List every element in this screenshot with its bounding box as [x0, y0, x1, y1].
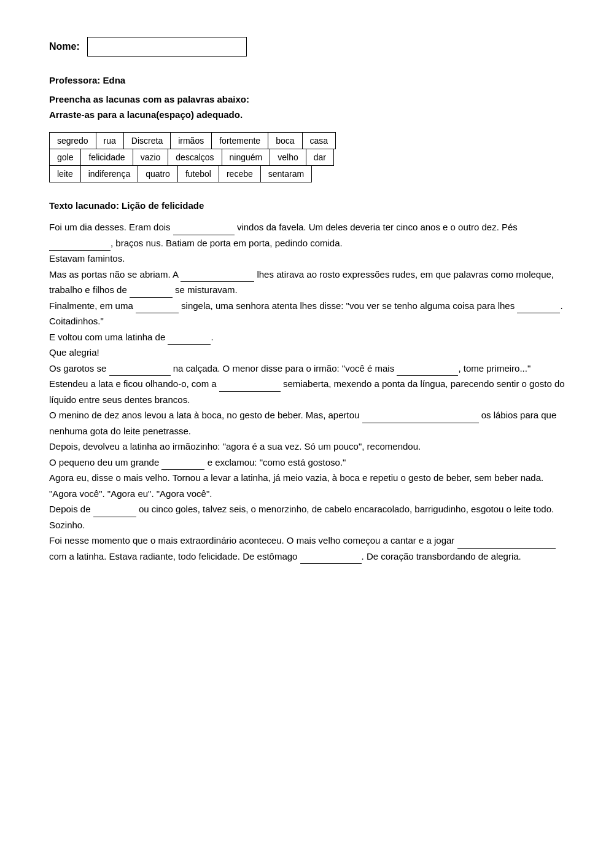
word-bank: segredoruaDiscretairmãosfortementebocaca…: [49, 132, 565, 182]
blank-9: [397, 365, 458, 376]
blank-15: [300, 553, 362, 564]
word-box-2-3[interactable]: futebol: [177, 165, 219, 182]
word-box-2-5[interactable]: sentaram: [260, 165, 312, 182]
blank-4: [130, 287, 173, 298]
instruction2: Arraste-as para a lacuna(espaço) adequad…: [49, 109, 565, 120]
blank-1: [173, 224, 235, 235]
blank-5: [136, 302, 179, 313]
professora-label: Professora: Edna: [49, 75, 565, 85]
blank-8: [109, 365, 171, 376]
nome-input[interactable]: [87, 37, 247, 57]
blank-12: [161, 459, 204, 470]
word-box-0-6[interactable]: casa: [302, 132, 336, 149]
word-box-1-5[interactable]: velho: [270, 149, 306, 166]
blank-7: [168, 334, 211, 345]
nome-label: Nome:: [49, 41, 80, 52]
word-row-1: golefelicidadevaziodescalçosninguémvelho…: [49, 149, 565, 165]
word-box-1-3[interactable]: descalços: [168, 149, 222, 166]
word-row-0: segredoruaDiscretairmãosfortementebocaca…: [49, 132, 565, 149]
blank-11: [362, 412, 479, 423]
blank-10: [219, 381, 281, 392]
word-rows: segredoruaDiscretairmãosfortementebocaca…: [49, 132, 565, 182]
blank-6: [517, 302, 560, 313]
word-box-1-6[interactable]: dar: [306, 149, 334, 166]
blank-14: [457, 538, 556, 549]
word-box-1-4[interactable]: ninguém: [222, 149, 271, 166]
word-box-0-4[interactable]: fortemente: [211, 132, 268, 149]
word-box-1-0[interactable]: gole: [49, 149, 81, 166]
word-box-0-2[interactable]: Discreta: [123, 132, 171, 149]
blank-13: [93, 506, 136, 517]
word-box-2-0[interactable]: leite: [49, 165, 81, 182]
word-box-0-1[interactable]: rua: [96, 132, 124, 149]
word-row-2: leiteindiferençaquatrofutebolrecebesenta…: [49, 165, 565, 182]
word-box-0-3[interactable]: irmãos: [170, 132, 212, 149]
word-box-1-2[interactable]: vazio: [133, 149, 169, 166]
word-box-2-2[interactable]: quatro: [138, 165, 178, 182]
texto-body: Foi um dia desses. Eram dois vindos da f…: [49, 219, 565, 564]
blank-3: [181, 271, 254, 282]
word-box-1-1[interactable]: felicidade: [80, 149, 133, 166]
word-box-0-0[interactable]: segredo: [49, 132, 96, 149]
word-box-0-5[interactable]: boca: [268, 132, 302, 149]
texto-titulo: Texto lacunado: Lição de felicidade: [49, 200, 565, 211]
blank-2: [49, 240, 111, 251]
word-box-2-4[interactable]: recebe: [219, 165, 261, 182]
word-box-2-1[interactable]: indiferença: [80, 165, 139, 182]
instruction1: Preencha as lacunas com as palavras abai…: [49, 94, 565, 104]
